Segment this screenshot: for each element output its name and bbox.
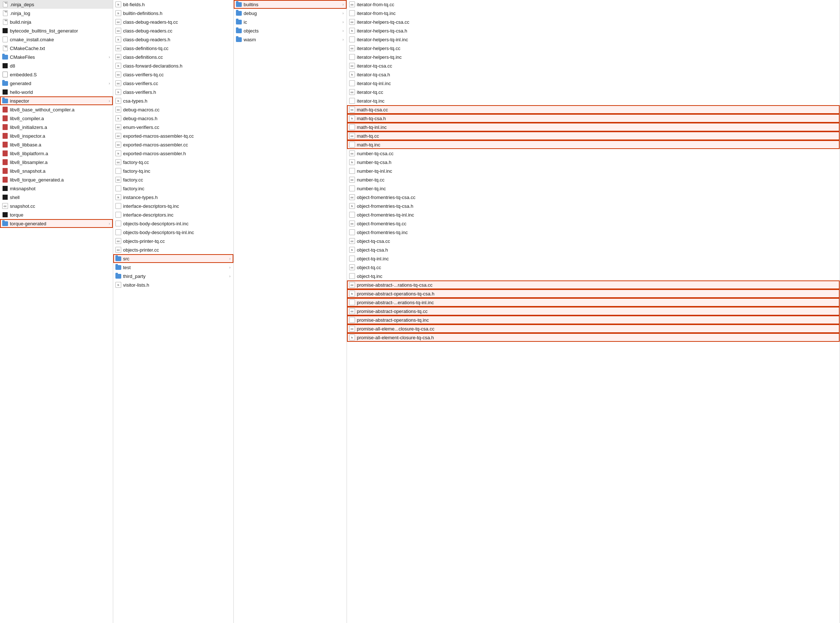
list-item[interactable]: ccclass-debug-readers.cc (113, 26, 233, 35)
list-item[interactable]: hiterator-tq-csa.h (347, 70, 840, 79)
list-item[interactable]: interface-descriptors-tq.inc (113, 202, 233, 210)
list-item[interactable]: hcsa-types.h (113, 97, 233, 105)
list-item[interactable]: promise-abstract-...erations-tq-inl.inc (347, 298, 840, 307)
list-item[interactable]: ic› (234, 17, 347, 26)
pane-root[interactable]: .ninja_deps.ninja_logbuild.ninjabytecode… (0, 0, 113, 623)
list-item[interactable]: .ninja_log (0, 9, 113, 17)
list-item[interactable]: ccobject-fromentries-tq-csa.cc (347, 193, 840, 202)
list-item[interactable]: hobject-fromentries-tq-csa.h (347, 202, 840, 210)
list-item[interactable]: ccenum-verifiers.cc (113, 123, 233, 132)
list-item[interactable]: cciterator-tq.cc (347, 87, 840, 97)
list-item[interactable]: libv8_libsampler.a (0, 158, 113, 167)
list-item[interactable]: .ninja_deps (0, 0, 113, 9)
list-item[interactable]: third_party› (113, 272, 233, 281)
list-item[interactable]: iterator-from-tq.inc (347, 9, 840, 17)
list-item[interactable]: hiterator-helpers-tq-csa.h (347, 26, 840, 35)
list-item[interactable]: ccobject-tq.cc (347, 263, 840, 272)
list-item[interactable]: ccexported-macros-assembler-tq.cc (113, 132, 233, 140)
list-item[interactable]: cciterator-helpers-tq.cc (347, 44, 840, 52)
list-item[interactable]: interface-descriptors.inc (113, 210, 233, 219)
list-item[interactable]: test› (113, 263, 233, 272)
list-item[interactable]: hello-world (0, 87, 113, 97)
list-item[interactable]: ccpromise-abstract-...rations-tq-csa.cc (347, 281, 840, 289)
list-item[interactable]: math-tq.inc (347, 140, 840, 149)
list-item[interactable]: hclass-verifiers.h (113, 87, 233, 97)
list-item[interactable]: bytecode_builtins_list_generator (0, 26, 113, 35)
list-item[interactable]: hpromise-abstract-operations-tq-csa.h (347, 289, 840, 298)
list-item[interactable]: mksnapshot (0, 184, 113, 193)
list-item[interactable]: build.ninja (0, 17, 113, 26)
list-item[interactable]: generated› (0, 79, 113, 87)
list-item[interactable]: ccobject-tq-csa.cc (347, 236, 840, 246)
list-item[interactable]: cmake_install.cmake (0, 35, 113, 44)
list-item[interactable]: libv8_libbase.a (0, 140, 113, 149)
list-item[interactable]: math-tq-inl.inc (347, 123, 840, 132)
list-item[interactable]: ccmath-tq.cc (347, 132, 840, 140)
list-item[interactable]: hbuiltin-definitions.h (113, 9, 233, 17)
list-item[interactable]: object-tq.inc (347, 272, 840, 281)
list-item[interactable]: factory.inc (113, 184, 233, 193)
list-item[interactable]: hexported-macros-assembler.h (113, 149, 233, 158)
list-item[interactable]: iterator-tq-inl.inc (347, 79, 840, 87)
list-item[interactable]: libv8_inspector.a (0, 132, 113, 140)
list-item[interactable]: debug› (234, 9, 347, 17)
list-item[interactable]: ccclass-debug-readers-tq.cc (113, 17, 233, 26)
list-item[interactable]: ccnumber-tq-csa.cc (347, 149, 840, 158)
list-item[interactable]: ccpromise-abstract-operations-tq.cc (347, 307, 840, 316)
list-item[interactable]: hnumber-tq-csa.h (347, 158, 840, 167)
list-item[interactable]: inspector› (0, 97, 113, 105)
list-item[interactable]: ccpromise-all-eleme...closure-tq-csa.cc (347, 324, 840, 333)
list-item[interactable]: objects› (234, 26, 347, 35)
list-item[interactable]: ccobject-fromentries-tq.cc (347, 219, 840, 228)
list-item[interactable]: objects-body-descriptors-inl.inc (113, 219, 233, 228)
list-item[interactable]: src› (113, 254, 233, 263)
pane-src[interactable]: builtins›debug›ic›objects›wasm› (234, 0, 347, 623)
list-item[interactable]: embedded.S (0, 70, 113, 79)
list-item[interactable]: iterator-helpers-tq.inc (347, 52, 840, 61)
list-item[interactable]: hmath-tq-csa.h (347, 114, 840, 123)
list-item[interactable]: torque (0, 210, 113, 219)
list-item[interactable]: promise-abstract-operations-tq.inc (347, 316, 840, 324)
list-item[interactable]: object-fromentries-tq-inl.inc (347, 210, 840, 219)
list-item[interactable]: torque-generated› (0, 219, 113, 228)
list-item[interactable]: hbit-fields.h (113, 0, 233, 9)
list-item[interactable]: hobject-tq-csa.h (347, 246, 840, 254)
list-item[interactable]: hpromise-all-element-closure-tq-csa.h (347, 333, 840, 342)
list-item[interactable]: hdebug-macros.h (113, 114, 233, 123)
list-item[interactable]: CMakeCache.txt (0, 44, 113, 52)
list-item[interactable]: iterator-tq.inc (347, 97, 840, 105)
list-item[interactable]: ccexported-macros-assembler.cc (113, 140, 233, 149)
list-item[interactable]: ccsnapshot.cc (0, 202, 113, 210)
list-item[interactable]: hvisitor-lists.h (113, 281, 233, 289)
list-item[interactable]: cciterator-tq-csa.cc (347, 61, 840, 70)
list-item[interactable]: libv8_base_without_compiler.a (0, 105, 113, 114)
list-item[interactable]: factory-tq.inc (113, 167, 233, 175)
list-item[interactable]: libv8_libplatform.a (0, 149, 113, 158)
list-item[interactable]: ccclass-definitions.cc (113, 52, 233, 61)
list-item[interactable]: shell (0, 193, 113, 202)
list-item[interactable]: iterator-helpers-tq-inl.inc (347, 35, 840, 44)
list-item[interactable]: libv8_torque_generated.a (0, 175, 113, 184)
list-item[interactable]: ccdebug-macros.cc (113, 105, 233, 114)
list-item[interactable]: cciterator-from-tq.cc (347, 0, 840, 9)
list-item[interactable]: hclass-forward-declarations.h (113, 61, 233, 70)
list-item[interactable]: CMakeFiles› (0, 52, 113, 61)
list-item[interactable]: ccclass-verifiers.cc (113, 79, 233, 87)
list-item[interactable]: libv8_initializers.a (0, 123, 113, 132)
list-item[interactable]: builtins› (234, 0, 347, 9)
pane-torque-generated[interactable]: hbit-fields.hhbuiltin-definitions.hcccla… (113, 0, 234, 623)
list-item[interactable]: object-tq-inl.inc (347, 254, 840, 263)
list-item[interactable]: ccnumber-tq.cc (347, 175, 840, 184)
list-item[interactable]: number-tq-inl.inc (347, 167, 840, 175)
list-item[interactable]: ccfactory.cc (113, 175, 233, 184)
list-item[interactable]: object-fromentries-tq.inc (347, 228, 840, 236)
list-item[interactable]: wasm› (234, 35, 347, 44)
pane-builtins[interactable]: cciterator-from-tq.cciterator-from-tq.in… (347, 0, 840, 623)
list-item[interactable]: ccobjects-printer-tq.cc (113, 236, 233, 246)
list-item[interactable]: objects-body-descriptors-tq-inl.inc (113, 228, 233, 236)
list-item[interactable]: ccclass-verifiers-tq.cc (113, 70, 233, 79)
list-item[interactable]: libv8_compiler.a (0, 114, 113, 123)
list-item[interactable]: ccclass-definitions-tq.cc (113, 44, 233, 52)
list-item[interactable]: ccmath-tq-csa.cc (347, 105, 840, 114)
list-item[interactable]: libv8_snapshot.a (0, 167, 113, 175)
